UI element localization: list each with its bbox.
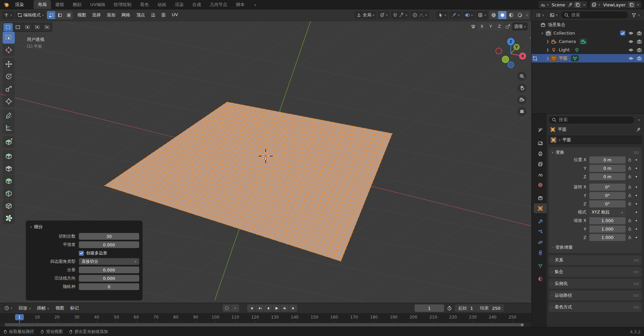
breadcrumb-object[interactable]: 平面 <box>558 127 567 133</box>
lock-open-icon[interactable] <box>626 166 634 171</box>
select-variant-3[interactable] <box>33 23 42 31</box>
proportional-editing[interactable]: ∨ <box>411 11 429 19</box>
panel-着色方式[interactable]: ›着色方式 <box>549 302 642 312</box>
expander[interactable]: ❯ <box>545 40 550 43</box>
workspace-tab-布局[interactable]: 布局 <box>34 0 51 9</box>
value-field[interactable]: 1.000 <box>589 234 626 241</box>
panel-实例化[interactable]: ›实例化 <box>549 279 642 289</box>
properties-tab-object[interactable] <box>534 203 547 213</box>
object-name-field[interactable]: ∨ 平面 <box>549 136 642 144</box>
keyframe-dot[interactable]: • <box>634 201 639 206</box>
menu-渲染[interactable]: 渲染 <box>11 0 28 9</box>
edge-select-button[interactable] <box>56 11 64 19</box>
workspace-tab-着色[interactable]: 着色 <box>136 0 153 9</box>
key-next-button[interactable] <box>281 304 289 312</box>
face-select-button[interactable] <box>64 11 73 19</box>
properties-tab-collection[interactable] <box>534 193 547 203</box>
tool-bevel[interactable] <box>3 175 15 187</box>
operator-panel[interactable]: ∨细分 切割次数30平滑度0.000创建多边形四边面角类型直接切分∨分形0.00… <box>26 221 143 300</box>
keyframe-dot[interactable]: • <box>634 218 639 223</box>
keyframe-dot[interactable]: • <box>634 235 639 240</box>
3d-viewport[interactable]: ZYX ∨ 编辑模式∨ 视图选择添加网格顶点边面UV 全局∨ ∨ ∨ ∨ ∨ ∨… <box>0 9 532 303</box>
drag-dots-icon[interactable] <box>634 294 639 297</box>
properties-search[interactable]: 搜索 <box>549 116 634 124</box>
start-frame-field[interactable]: 起始1 <box>455 304 476 312</box>
tool-knife[interactable] <box>3 200 15 212</box>
outliner-row-平面[interactable]: ❯平面 <box>532 54 644 62</box>
value-field[interactable]: 1.000 <box>589 217 626 224</box>
workspace-tab-雕刻[interactable]: 雕刻 <box>68 0 86 9</box>
workspace-tab-纹理绘制[interactable]: 纹理绘制 <box>109 0 136 9</box>
object-type-dropdown[interactable] <box>550 137 557 143</box>
add-workspace-button[interactable]: + <box>249 0 261 9</box>
lock-open-icon[interactable] <box>626 235 634 240</box>
jump-last-button[interactable] <box>289 304 297 312</box>
value-field[interactable]: 0° <box>589 192 626 199</box>
properties-tab-constraints[interactable] <box>534 248 547 257</box>
select-variant-2[interactable] <box>23 23 32 31</box>
auto-key-button[interactable] <box>223 304 231 312</box>
mirror-x-button[interactable]: X <box>478 22 486 31</box>
tool-poly-build[interactable] <box>3 212 15 224</box>
snapping[interactable]: ∨ <box>391 11 409 19</box>
value-field[interactable]: 0 m <box>589 165 626 172</box>
options-dropdown[interactable]: 选项∨ <box>512 22 528 31</box>
render-camera-icon[interactable] <box>637 31 642 36</box>
workspace-tab-动画[interactable]: 动画 <box>153 0 170 9</box>
panel-集合[interactable]: ›集合 <box>549 267 642 277</box>
field-切割次数[interactable]: 30 <box>79 233 139 240</box>
material-shading-button[interactable] <box>507 11 515 19</box>
transform-panel-header[interactable]: ∨变换 <box>551 149 639 155</box>
properties-tab-scene[interactable] <box>534 170 547 179</box>
viewport-menu-UV[interactable]: UV <box>169 12 181 18</box>
timeline-menu-标记[interactable]: 标记 <box>67 305 82 311</box>
gizmos-dropdown[interactable]: ∨ <box>449 11 462 19</box>
field-沿法线方向[interactable]: 0.000 <box>79 275 139 282</box>
outliner-row-Collection[interactable]: ∨Collection <box>532 29 644 37</box>
tool-extrude-region[interactable] <box>3 150 15 162</box>
select-variant-1[interactable] <box>13 23 22 31</box>
tool-measure[interactable] <box>3 122 15 134</box>
drag-dots-icon[interactable] <box>634 271 639 274</box>
lock-open-icon[interactable] <box>626 158 634 162</box>
panel-关系[interactable]: ›关系 <box>549 255 642 265</box>
select-variant-0[interactable] <box>3 23 13 31</box>
lock-open-icon[interactable] <box>626 185 634 189</box>
lock-open-icon[interactable] <box>626 219 634 223</box>
select-variant-4[interactable] <box>42 23 52 31</box>
field-分形[interactable]: 0.000 <box>79 267 139 273</box>
scene-selector[interactable]: ∨ Scene ✕ <box>539 1 587 8</box>
mode-selector[interactable]: 编辑模式∨ <box>15 11 46 19</box>
timeline-menu-回放[interactable]: 回放 ∨ <box>16 305 34 311</box>
light-data-icon[interactable] <box>573 47 581 53</box>
properties-tab-world[interactable] <box>534 180 547 190</box>
end-frame-field[interactable]: 结束250 <box>477 304 504 312</box>
shading-dropdown[interactable]: ∨ <box>524 11 530 19</box>
pin-icon[interactable] <box>636 127 641 132</box>
value-field[interactable]: 1.000 <box>589 226 626 233</box>
workspace-tab-渲染[interactable]: 渲染 <box>170 0 188 9</box>
viewport-menu-选择[interactable]: 选择 <box>89 12 104 18</box>
camera-data-icon[interactable] <box>579 38 587 45</box>
mirror-butterfly-icon[interactable] <box>471 24 476 29</box>
field-随机种[interactable]: 0 <box>79 283 139 290</box>
keyframe-dot[interactable]: • <box>634 193 639 198</box>
tool-move[interactable] <box>3 58 15 70</box>
pan-button[interactable] <box>517 83 527 93</box>
operator-panel-header[interactable]: ∨细分 <box>30 224 139 230</box>
vertex-select-button[interactable] <box>47 11 55 19</box>
outliner-row-Light[interactable]: ❯Light <box>532 46 644 54</box>
expander[interactable]: ∨ <box>540 31 545 35</box>
exclude-checkbox[interactable] <box>620 31 625 36</box>
drag-dots-icon[interactable] <box>634 259 639 262</box>
timeline-scrollbar[interactable] <box>5 323 524 326</box>
timeline-menu-插帧[interactable]: 插帧 ∨ <box>34 305 52 311</box>
transform-orientation[interactable]: 全局∨ <box>355 11 376 19</box>
scene-close-icon[interactable]: ✕ <box>582 2 586 7</box>
lock-open-icon[interactable] <box>626 202 634 206</box>
timeline-menu-视图[interactable]: 视图 <box>52 305 67 311</box>
render-camera-icon[interactable] <box>637 47 642 53</box>
wireframe-shading-button[interactable] <box>489 11 498 19</box>
properties-options[interactable]: ∨ <box>636 116 642 124</box>
eye-icon[interactable] <box>628 47 634 53</box>
